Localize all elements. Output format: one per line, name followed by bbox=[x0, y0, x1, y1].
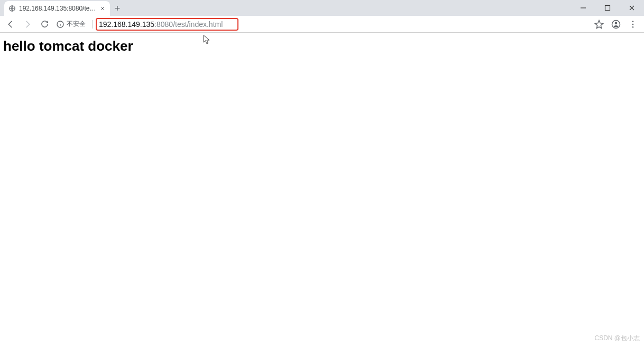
url-host: 192.168.149.135 bbox=[99, 20, 154, 29]
back-button[interactable] bbox=[4, 18, 17, 31]
site-info[interactable]: 不安全 bbox=[55, 20, 89, 29]
tab-title: 192.168.149.135:8080/test/ind bbox=[19, 5, 96, 12]
page-content: hello tomcat docker bbox=[0, 33, 644, 60]
url-path: /test/index.html bbox=[173, 20, 223, 29]
toolbar-right bbox=[594, 20, 640, 29]
window-controls bbox=[571, 0, 644, 16]
svg-rect-1 bbox=[605, 6, 610, 11]
svg-point-6 bbox=[632, 23, 634, 25]
url-port: :8080 bbox=[154, 20, 173, 29]
profile-icon[interactable] bbox=[611, 20, 621, 29]
close-icon[interactable] bbox=[99, 5, 106, 12]
page-heading: hello tomcat docker bbox=[3, 38, 641, 54]
svg-point-5 bbox=[632, 21, 634, 22]
url-text: 192.168.149.135:8080/test/index.html bbox=[99, 20, 223, 29]
forward-button[interactable] bbox=[21, 18, 34, 31]
separator bbox=[92, 20, 93, 29]
toolbar: 不安全 192.168.149.135:8080/test/index.html bbox=[0, 16, 644, 33]
address-bar[interactable]: 不安全 192.168.149.135:8080/test/index.html bbox=[55, 17, 590, 32]
security-label: 不安全 bbox=[67, 20, 86, 29]
new-tab-button[interactable]: + bbox=[110, 1, 125, 16]
maximize-button[interactable] bbox=[595, 0, 620, 16]
star-icon[interactable] bbox=[594, 20, 604, 29]
browser-tab[interactable]: 192.168.149.135:8080/test/ind bbox=[4, 1, 110, 16]
watermark: CSDN @包小志 bbox=[594, 334, 640, 343]
tab-strip: 192.168.149.135:8080/test/ind + bbox=[0, 0, 644, 16]
globe-icon bbox=[8, 5, 16, 12]
close-window-button[interactable] bbox=[620, 0, 644, 16]
reload-button[interactable] bbox=[38, 18, 51, 31]
minimize-button[interactable] bbox=[571, 0, 595, 16]
svg-point-7 bbox=[632, 26, 634, 27]
info-icon bbox=[56, 20, 65, 29]
url-highlight-box: 192.168.149.135:8080/test/index.html bbox=[96, 18, 238, 31]
menu-icon[interactable] bbox=[628, 20, 638, 29]
svg-point-4 bbox=[615, 22, 618, 24]
